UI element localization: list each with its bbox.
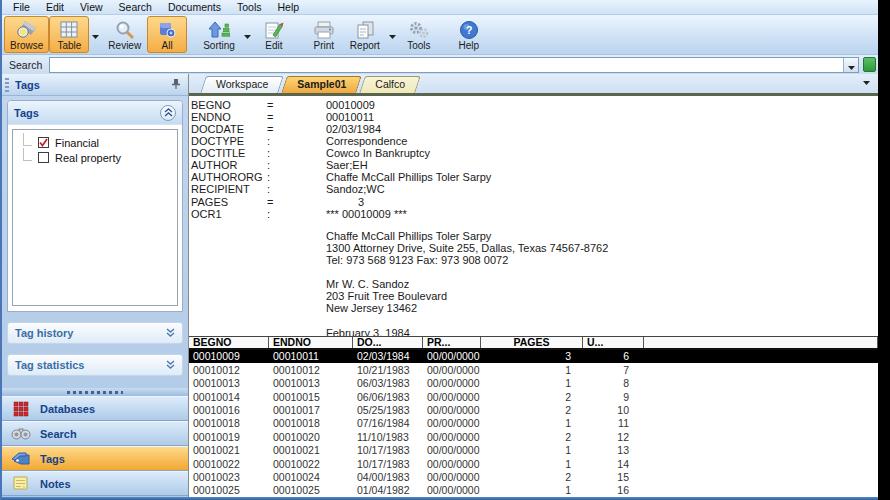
binoculars-icon <box>10 426 32 441</box>
toolbar-button-tools[interactable]: Tools <box>399 16 439 53</box>
note-icon <box>10 476 32 491</box>
sidebar-nav-databases[interactable]: Databases <box>2 396 188 421</box>
document-field-row: DOCTYPE:Correspondence <box>191 135 878 147</box>
table-cell: 6 <box>583 350 644 362</box>
table-cell: 00/00/0000 <box>423 350 481 362</box>
main-split: Tags Tags FinancialReal property Tag his… <box>2 74 878 497</box>
menu-help[interactable]: Help <box>270 0 308 14</box>
document-field-row: AUTHORORG:Chaffe McCall Phillips Toler S… <box>191 171 878 183</box>
menu-search[interactable]: Search <box>111 0 160 14</box>
table-row[interactable]: 000100090001001102/03/198400/00/000036 <box>189 350 878 363</box>
column-header-begno[interactable]: BEGNO <box>189 337 269 348</box>
menu-documents[interactable]: Documents <box>160 0 229 14</box>
tab-workspace[interactable]: Workspace <box>203 76 281 93</box>
column-header-do-[interactable]: DO... <box>353 337 423 348</box>
search-go-button[interactable] <box>863 57 876 72</box>
document-field-row: BEGNO=00010009 <box>191 99 878 111</box>
table-row[interactable]: 000100130001001306/03/198300/00/000018 <box>189 376 878 389</box>
toolbar-button-help[interactable]: ?Help <box>449 16 489 53</box>
menu-tools[interactable]: Tools <box>229 0 270 14</box>
table-cell: 00/00/0000 <box>423 404 481 416</box>
table-cell: 00010015 <box>269 391 353 403</box>
toolbar-button-sorting[interactable]: Sorting <box>197 16 241 53</box>
table-cell: 12 <box>583 431 644 443</box>
table-row[interactable]: 000100210001002110/17/198300/00/0000113 <box>189 443 878 456</box>
table-row[interactable]: 000100140001001506/06/198300/00/000029 <box>189 390 878 403</box>
sidebar-splitter-handle[interactable] <box>2 388 188 396</box>
sidebar-nav-search[interactable]: Search <box>2 421 188 446</box>
field-value: 02/03/1984 <box>326 123 381 135</box>
table-cell: 00/00/0000 <box>423 471 481 483</box>
search-input[interactable] <box>49 57 859 73</box>
table-cell: 8 <box>583 377 644 389</box>
section-label: Tag history <box>15 327 73 339</box>
panel-grip[interactable] <box>5 78 9 92</box>
table-row[interactable]: 000100220001002210/17/198300/00/0000114 <box>189 457 878 470</box>
toolbar-button-browse[interactable]: Browse <box>4 16 49 53</box>
tag-list-item-financial[interactable]: Financial <box>23 135 175 150</box>
document-browse-view[interactable]: BEGNO=00010009ENDNO=00010011DOCDATE=02/0… <box>189 96 878 336</box>
table-row[interactable]: 000100180001001807/16/198400/00/0000111 <box>189 417 878 430</box>
toolbar-gap <box>294 16 304 53</box>
table-cell: 00/00/0000 <box>423 364 481 376</box>
results-table: BEGNOENDNODO...PR...PAGESU... 0001000900… <box>189 336 878 497</box>
menu-view[interactable]: View <box>72 0 111 14</box>
column-header-u-[interactable]: U... <box>583 337 644 348</box>
field-name: PAGES <box>191 196 267 208</box>
section-tag-history[interactable]: Tag history <box>7 322 183 344</box>
field-name: AUTHOR <box>191 159 267 171</box>
splitter-dots <box>67 391 123 394</box>
table-grid-icon <box>59 19 79 40</box>
table-cell: 00010020 <box>269 431 353 443</box>
column-header-pages[interactable]: PAGES <box>481 337 583 348</box>
menu-edit[interactable]: Edit <box>38 0 72 14</box>
table-row[interactable]: 000100120001001210/21/198300/00/000017 <box>189 363 878 376</box>
section-tag-statistics[interactable]: Tag statistics <box>7 354 183 376</box>
toolbar-button-all[interactable]: All <box>147 16 187 53</box>
tab-overflow-icon[interactable] <box>863 71 870 89</box>
tab-sample01[interactable]: Sample01 <box>284 76 359 93</box>
databases-grid-icon <box>10 401 32 417</box>
table-row[interactable]: 000100160001001705/25/198300/00/0000210 <box>189 403 878 416</box>
table-row[interactable]: 000100190001002011/10/198300/00/0000212 <box>189 430 878 443</box>
toolbar-button-report[interactable]: Report <box>344 16 386 53</box>
table-row[interactable]: 000100250001002501/04/198200/00/0000116 <box>189 484 878 497</box>
field-separator: = <box>267 99 326 111</box>
tag-list-item-real-property[interactable]: Real property <box>23 150 175 165</box>
gears-icon <box>408 19 430 40</box>
dropdown-arrow-icon[interactable] <box>386 34 399 53</box>
tree-connector <box>23 148 32 161</box>
column-header-endno[interactable]: ENDNO <box>269 337 353 348</box>
menu-file[interactable]: File <box>5 0 38 14</box>
sidebar-nav-notes[interactable]: Notes <box>2 471 188 496</box>
tab-calfco[interactable]: Calfco <box>362 76 418 93</box>
field-name: DOCTITLE <box>191 147 267 159</box>
column-header-pr-[interactable]: PR... <box>423 337 481 348</box>
sidebar-nav-tags[interactable]: Tags <box>2 446 188 471</box>
table-cell: 00010016 <box>189 404 269 416</box>
section-label: Tag statistics <box>15 359 85 371</box>
checkbox-unchecked-icon[interactable] <box>38 152 49 163</box>
search-dropdown-button[interactable] <box>843 58 858 72</box>
document-field-row: OCR1:*** 00010009 *** <box>191 208 878 220</box>
table-row[interactable]: 000100230001002404/00/198300/00/0000215 <box>189 470 878 483</box>
toolbar-button-label: Report <box>350 40 380 51</box>
table-cell: 04/00/1983 <box>353 471 423 483</box>
field-name: DOCTYPE <box>191 135 267 147</box>
toolbar-button-print[interactable]: Print <box>304 16 344 53</box>
help-icon: ? <box>459 19 479 40</box>
dropdown-arrow-icon[interactable] <box>89 34 102 53</box>
search-input-value[interactable] <box>50 58 843 72</box>
pin-icon[interactable] <box>171 76 181 94</box>
toolbar-button-table[interactable]: Table <box>49 16 89 53</box>
checkbox-checked-icon[interactable] <box>38 137 49 148</box>
toolbar-button-edit[interactable]: Edit <box>254 16 294 53</box>
table-cell: 13 <box>583 444 644 456</box>
sidebar: Tags Tags FinancialReal property Tag his… <box>2 74 188 497</box>
field-value: Sandoz;WC <box>326 183 385 195</box>
toolbar-button-label: Browse <box>10 40 43 51</box>
collapse-panel-button[interactable] <box>160 105 176 121</box>
toolbar-button-review[interactable]: Review <box>102 16 147 53</box>
dropdown-arrow-icon[interactable] <box>241 34 254 53</box>
tag-label: Financial <box>55 137 99 149</box>
